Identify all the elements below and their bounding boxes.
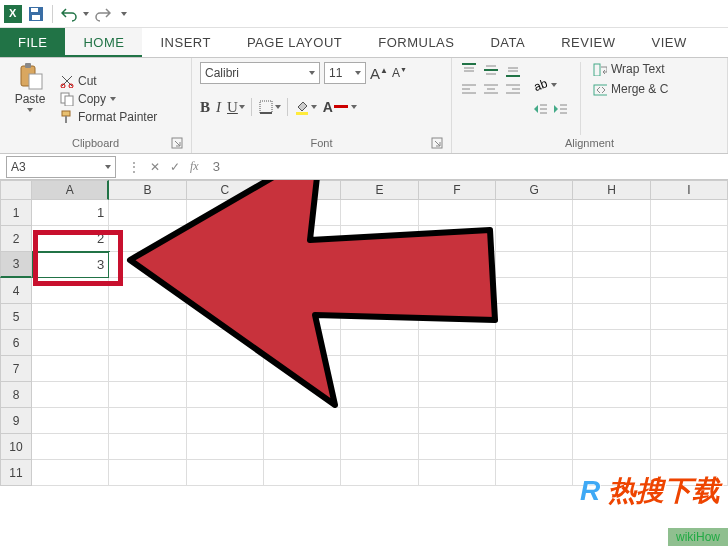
- cell[interactable]: [109, 434, 186, 460]
- cell[interactable]: [109, 200, 186, 226]
- shrink-font-button[interactable]: A▼: [392, 66, 407, 80]
- row-header[interactable]: 3: [0, 252, 32, 278]
- fill-color-button[interactable]: [294, 99, 317, 115]
- cell[interactable]: [496, 460, 573, 486]
- col-header[interactable]: C: [187, 180, 264, 200]
- cell[interactable]: [109, 226, 186, 252]
- increase-indent-button[interactable]: [552, 101, 568, 120]
- cell[interactable]: [573, 200, 650, 226]
- cell[interactable]: [187, 382, 264, 408]
- col-header[interactable]: I: [651, 180, 728, 200]
- cell[interactable]: [496, 226, 573, 252]
- cell[interactable]: [109, 278, 186, 304]
- formula-input[interactable]: 3: [205, 159, 728, 174]
- cell[interactable]: [496, 408, 573, 434]
- cell[interactable]: [419, 278, 496, 304]
- cell[interactable]: [187, 434, 264, 460]
- cell[interactable]: [341, 200, 418, 226]
- align-middle-button[interactable]: [482, 62, 502, 80]
- cell[interactable]: 2: [32, 226, 109, 252]
- cell[interactable]: [419, 200, 496, 226]
- cell[interactable]: [187, 278, 264, 304]
- cell[interactable]: [341, 382, 418, 408]
- qat-customize-icon[interactable]: [121, 12, 127, 16]
- tab-formulas[interactable]: FORMULAS: [360, 28, 472, 57]
- row-header[interactable]: 4: [0, 278, 32, 304]
- col-header[interactable]: D: [264, 180, 341, 200]
- cell[interactable]: 3: [32, 252, 109, 278]
- cell[interactable]: [651, 226, 728, 252]
- row-header[interactable]: 8: [0, 382, 32, 408]
- cell[interactable]: [109, 330, 186, 356]
- cell[interactable]: [496, 382, 573, 408]
- cell[interactable]: [187, 408, 264, 434]
- worksheet-grid[interactable]: 1 2 3 4 5 6 7 8 9 10 11 A B C D E F G H …: [0, 180, 728, 510]
- cut-button[interactable]: Cut: [60, 74, 157, 88]
- row-header[interactable]: 2: [0, 226, 32, 252]
- cell[interactable]: [419, 304, 496, 330]
- cell[interactable]: [187, 252, 264, 278]
- cell[interactable]: [187, 200, 264, 226]
- cell[interactable]: [573, 278, 650, 304]
- tab-insert[interactable]: INSERT: [142, 28, 228, 57]
- cell[interactable]: [573, 382, 650, 408]
- row-header[interactable]: 11: [0, 460, 32, 486]
- cell[interactable]: [419, 226, 496, 252]
- font-color-button[interactable]: A: [323, 99, 357, 115]
- col-header[interactable]: H: [573, 180, 650, 200]
- cell[interactable]: [32, 304, 109, 330]
- font-name-select[interactable]: Calibri: [200, 62, 320, 84]
- cell[interactable]: [109, 408, 186, 434]
- cell[interactable]: [496, 278, 573, 304]
- tab-home[interactable]: HOME: [65, 28, 142, 57]
- fx-button[interactable]: fx: [190, 159, 199, 174]
- cell[interactable]: [419, 434, 496, 460]
- cell[interactable]: [109, 252, 186, 278]
- cell[interactable]: [264, 382, 341, 408]
- cell[interactable]: [496, 356, 573, 382]
- cell[interactable]: [651, 408, 728, 434]
- row-header[interactable]: 9: [0, 408, 32, 434]
- align-left-button[interactable]: [460, 82, 480, 100]
- col-header[interactable]: E: [341, 180, 418, 200]
- cell[interactable]: [264, 330, 341, 356]
- cell[interactable]: [419, 382, 496, 408]
- col-header[interactable]: F: [419, 180, 496, 200]
- cell[interactable]: [573, 408, 650, 434]
- cell[interactable]: [264, 304, 341, 330]
- cell[interactable]: [187, 356, 264, 382]
- cell[interactable]: [419, 356, 496, 382]
- cell[interactable]: [264, 434, 341, 460]
- cell[interactable]: [651, 200, 728, 226]
- tab-file[interactable]: FILE: [0, 28, 65, 57]
- col-header[interactable]: B: [109, 180, 186, 200]
- cell[interactable]: [651, 278, 728, 304]
- cell[interactable]: 1: [32, 200, 109, 226]
- italic-button[interactable]: I: [216, 99, 221, 116]
- cell[interactable]: [341, 434, 418, 460]
- cell[interactable]: [32, 330, 109, 356]
- copy-button[interactable]: Copy: [60, 92, 157, 106]
- bold-button[interactable]: B: [200, 99, 210, 116]
- row-header[interactable]: 1: [0, 200, 32, 226]
- cell[interactable]: [496, 304, 573, 330]
- clipboard-launcher-icon[interactable]: [171, 137, 183, 149]
- row-header[interactable]: 10: [0, 434, 32, 460]
- cell[interactable]: [32, 356, 109, 382]
- merge-center-button[interactable]: Merge & C: [593, 82, 668, 96]
- cell[interactable]: [651, 330, 728, 356]
- cell[interactable]: [32, 460, 109, 486]
- align-right-button[interactable]: [504, 82, 524, 100]
- cell[interactable]: [264, 200, 341, 226]
- cell[interactable]: [573, 226, 650, 252]
- col-header[interactable]: G: [496, 180, 573, 200]
- tab-page-layout[interactable]: PAGE LAYOUT: [229, 28, 360, 57]
- cell[interactable]: [651, 356, 728, 382]
- cell[interactable]: [496, 200, 573, 226]
- col-header[interactable]: A: [32, 180, 109, 200]
- decrease-indent-button[interactable]: [532, 101, 548, 120]
- align-center-button[interactable]: [482, 82, 502, 100]
- cell[interactable]: [651, 382, 728, 408]
- cell[interactable]: [187, 460, 264, 486]
- cell[interactable]: [419, 252, 496, 278]
